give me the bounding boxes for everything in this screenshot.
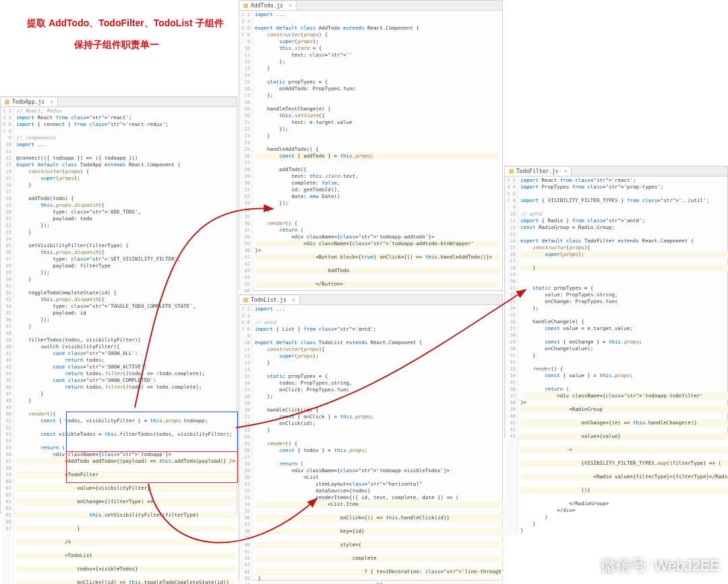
editor-pane-addtodo: AddTodo.js × 1 2 3 4 5 6 7 8 9 10 11 12 …: [239, 0, 503, 291]
highlight-todolist-block: [66, 451, 238, 483]
tab-label: TodoApp.js: [12, 98, 44, 106]
tab-addtodo[interactable]: AddTodo.js ×: [239, 1, 297, 10]
watermark: 微信号: WebJ2EE: [576, 556, 720, 576]
close-icon[interactable]: ×: [292, 296, 295, 304]
heading-extract-components: 提取 AddTodo、TodoFilter、TodoList 子组件: [27, 18, 224, 30]
code-area[interactable]: import React from class="str">'react'; i…: [518, 176, 728, 535]
code-area[interactable]: // React, Redux import React from class=…: [14, 107, 237, 584]
heading-single-responsibility: 保持子组件职责单一: [74, 39, 159, 51]
tab-label: TodoFilter.js: [516, 167, 559, 176]
close-icon[interactable]: ×: [564, 167, 568, 176]
close-icon[interactable]: ×: [50, 98, 53, 106]
tabbar: TodoApp.js ×: [1, 97, 237, 107]
close-icon[interactable]: ×: [289, 1, 292, 10]
editor-pane-todolist: TodoList.js × 1 2 3 4 5 6 7 8 9 10 11 12…: [239, 294, 503, 581]
highlight-todofilter-block: [66, 412, 238, 452]
watermark-text: 微信号: WebJ2EE: [601, 556, 720, 576]
tabbar: TodoFilter.js ×: [505, 166, 727, 176]
editor-pane-todofilter: TodoFilter.js × 1 2 3 4 5 6 7 8 9 10 11 …: [504, 166, 728, 439]
tab-todolist[interactable]: TodoList.js ×: [239, 296, 300, 304]
js-file-icon: [5, 100, 9, 104]
tabbar: TodoList.js ×: [239, 295, 502, 305]
line-gutter: 1 2 3 4 5 6 7 8 9 10 11 12 13 14 15 16 1…: [1, 107, 14, 584]
line-gutter: 1 2 3 4 5 6 7 8 9 10 11 12 13 14 15 16 1…: [239, 305, 253, 584]
tab-label: TodoList.js: [251, 296, 286, 304]
line-gutter: 1 2 3 4 5 6 7 8 9 10 11 12 13 14 15 16 1…: [505, 176, 518, 535]
wechat-icon: [576, 557, 596, 575]
tab-label: AddTodo.js: [251, 1, 283, 10]
tab-todofilter[interactable]: TodoFilter.js ×: [505, 167, 572, 176]
js-file-icon: [509, 169, 514, 174]
code-area[interactable]: import ... // antd import { List } from …: [253, 305, 506, 584]
tabbar: AddTodo.js ×: [239, 1, 502, 11]
js-file-icon: [243, 298, 248, 302]
js-file-icon: [243, 3, 248, 8]
tab-todoapp[interactable]: TodoApp.js ×: [1, 98, 58, 106]
